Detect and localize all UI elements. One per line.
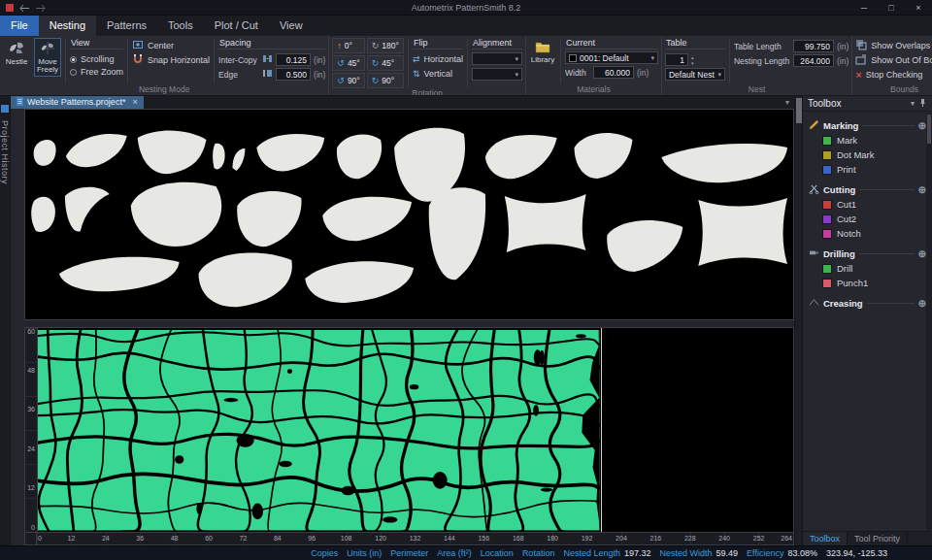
redo-icon[interactable]: [35, 0, 46, 16]
alignment-select-2[interactable]: ▾: [472, 68, 522, 81]
toolbox-bottom-tabs: Toolbox Tool Priority: [803, 531, 932, 545]
table-length-input[interactable]: [793, 40, 834, 52]
minimize-button[interactable]: ─: [850, 0, 878, 15]
add-tool-icon[interactable]: ⊕: [918, 120, 926, 131]
section-header-creasing[interactable]: Creasing⊕: [809, 295, 926, 311]
flip-vertical-icon: ⇅: [413, 69, 420, 79]
tab-view[interactable]: View: [269, 16, 314, 36]
document-icon: [17, 97, 23, 108]
ribbon: Nestle Move Freely View Scrolling Free Z…: [0, 36, 932, 96]
center-button[interactable]: Center: [132, 38, 210, 52]
section-header-cutting[interactable]: Cutting⊕: [809, 181, 926, 197]
pattern-canvas[interactable]: [24, 109, 794, 320]
section-header-marking[interactable]: Marking⊕: [809, 117, 926, 133]
rotate-0-button[interactable]: ↑0°: [332, 38, 364, 53]
tool-item-cut1[interactable]: Cut1: [809, 197, 926, 212]
tab-tool-priority[interactable]: Tool Priority: [848, 532, 908, 545]
app-window: Autometrix PatternSmith 8.2 ─ □ × File N…: [0, 0, 932, 560]
rotate-45-cw-button[interactable]: ↻45°: [367, 55, 404, 71]
current-material-panel: Current 0001: Default▾ Width (in): [565, 38, 658, 79]
tool-color-swatch: [822, 214, 832, 224]
material-select[interactable]: 0001: Default▾: [565, 51, 658, 64]
nestle-button[interactable]: Nestle: [3, 38, 30, 69]
tool-item-cut2[interactable]: Cut2: [809, 212, 926, 226]
status-item: Perimeter: [390, 548, 428, 558]
edge-icon: [262, 68, 273, 81]
flip-vertical-button[interactable]: ⇅Vertical: [413, 66, 463, 81]
tab-close-icon[interactable]: ×: [132, 97, 137, 107]
material-width-input[interactable]: [593, 66, 634, 79]
tab-nesting[interactable]: Nesting: [39, 16, 96, 36]
ribbon-group-materials: Library Current 0001: Default▾ Width (in…: [526, 36, 662, 95]
show-out-of-bounds-button[interactable]: Show Out Of Bounds: [855, 52, 932, 67]
flip-horizontal-icon: ⇄: [413, 54, 420, 64]
nest-select[interactable]: Default Nest▾: [665, 68, 725, 81]
stop-checking-button[interactable]: × Stop Checking: [855, 67, 932, 82]
view-panel: View Scrolling Free Zoom: [70, 38, 123, 77]
toolbox-sections: Marking⊕MarkDot MarkPrintCutting⊕Cut1Cut…: [803, 112, 932, 531]
window-title: Autometrix PatternSmith 8.2: [0, 3, 932, 13]
toolbox-section-creasing: Creasing⊕: [809, 295, 926, 311]
close-button[interactable]: ×: [905, 0, 932, 15]
status-item: 323.94, -125.33: [826, 548, 887, 558]
library-button[interactable]: Library: [529, 38, 556, 67]
canvas-vertical-scrollbar[interactable]: [794, 96, 802, 545]
document-tab[interactable]: Website Patterns.project* ×: [11, 96, 144, 109]
rotate-90-cw-button[interactable]: ↻90°: [367, 73, 404, 88]
maximize-button[interactable]: □: [878, 0, 905, 15]
flip-panel: Flip ⇄Horizontal ⇅Vertical: [413, 38, 463, 81]
rotate-cw-icon: ↻: [372, 41, 380, 50]
table-number-input[interactable]: [665, 53, 688, 66]
add-tool-icon[interactable]: ⊕: [918, 298, 926, 309]
folder-icon: [535, 41, 550, 55]
tab-list-caret-icon[interactable]: ▾: [781, 98, 794, 107]
rotate-90-ccw-button[interactable]: ↺90°: [332, 73, 364, 88]
tool-item-punch1[interactable]: Punch1: [809, 276, 926, 290]
center-icon: [132, 39, 144, 52]
edge-input[interactable]: [276, 68, 311, 81]
tab-toolbox[interactable]: Toolbox: [803, 532, 848, 545]
tool-item-mark[interactable]: Mark: [809, 133, 926, 148]
status-item: Area (ft²): [437, 548, 472, 558]
toolbox-caret-icon[interactable]: ▾: [911, 99, 915, 108]
snap-horizontal-button[interactable]: Snap Horizontal: [132, 52, 210, 67]
tab-tools[interactable]: Tools: [157, 16, 204, 36]
top-canvas-svg: [25, 110, 793, 319]
add-tool-icon[interactable]: ⊕: [918, 184, 926, 195]
radio-scrolling[interactable]: Scrolling: [70, 54, 123, 64]
toolbox-scrollbar[interactable]: [926, 113, 932, 530]
status-items: CopiesUnits (in)PerimeterArea (ft²)Locat…: [311, 548, 887, 558]
add-tool-icon[interactable]: ⊕: [918, 248, 926, 259]
material-swatch: [569, 54, 577, 62]
nesting-length-input[interactable]: [793, 54, 834, 67]
move-freely-button[interactable]: Move Freely: [34, 38, 61, 77]
tool-item-print[interactable]: Print: [809, 162, 926, 177]
section-header-drilling[interactable]: Drilling⊕: [809, 246, 926, 261]
toolbox-panel: Toolbox ▾ Marking⊕MarkDot MarkPrintCutti…: [802, 96, 932, 545]
show-overlaps-button[interactable]: Show Overlaps: [855, 38, 932, 52]
tab-plot-cut[interactable]: Plot / Cut: [204, 16, 269, 36]
rotate-45-ccw-button[interactable]: ↺45°: [332, 55, 364, 71]
table-spinner[interactable]: ▴▾: [691, 54, 694, 66]
project-history-icon: [1, 99, 9, 116]
alignment-select-1[interactable]: ▾: [472, 52, 522, 65]
tab-file[interactable]: File: [0, 16, 39, 36]
nest-canvas[interactable]: [37, 327, 794, 533]
project-history-strip[interactable]: Project History: [0, 96, 11, 545]
status-item: Nested Length197.32: [563, 548, 650, 558]
pin-icon[interactable]: [918, 98, 927, 110]
tool-item-dot-mark[interactable]: Dot Mark: [809, 148, 926, 162]
tool-item-notch[interactable]: Notch: [809, 226, 926, 241]
tab-patterns[interactable]: Patterns: [96, 16, 157, 36]
alignment-panel: Alignment ▾ ▾: [472, 38, 522, 81]
inter-copy-input[interactable]: [276, 53, 311, 66]
toolbox-section-drilling: Drilling⊕DrillPunch1: [809, 246, 926, 290]
radio-free-zoom[interactable]: Free Zoom: [70, 67, 123, 77]
flip-horizontal-button[interactable]: ⇄Horizontal: [413, 51, 463, 66]
statusbar: CopiesUnits (in)PerimeterArea (ft²)Locat…: [0, 545, 932, 560]
canvas-splitter[interactable]: [24, 320, 794, 327]
undo-icon[interactable]: [19, 0, 30, 16]
rotate-180-button[interactable]: ↻180°: [367, 38, 404, 53]
arrow-up-icon: ↑: [337, 41, 342, 50]
tool-item-drill[interactable]: Drill: [809, 261, 926, 276]
